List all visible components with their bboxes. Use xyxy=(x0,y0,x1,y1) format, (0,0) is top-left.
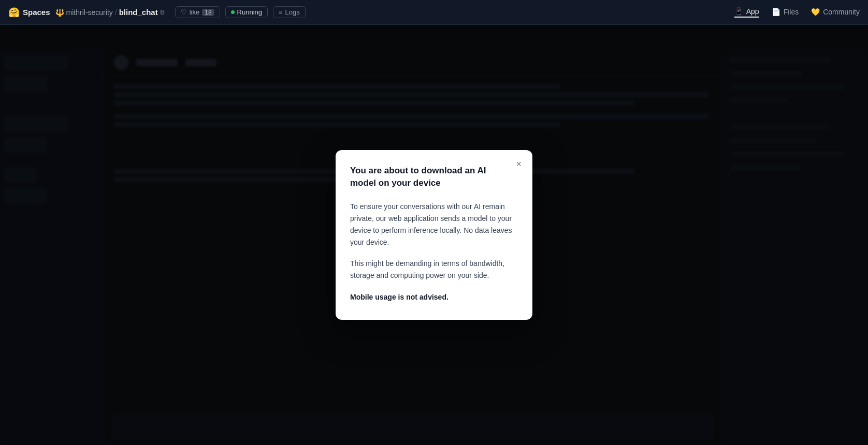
status-dot-icon xyxy=(231,10,235,14)
logs-button[interactable]: ≡ Logs xyxy=(273,6,306,18)
navbar-right: 📱 App 📄 Files 💛 Community xyxy=(734,7,860,18)
logs-label: Logs xyxy=(285,8,300,16)
running-status-badge: Running xyxy=(225,6,268,18)
spaces-emoji-icon: 🤗 xyxy=(8,7,20,18)
repo-name[interactable]: blind_chat xyxy=(119,8,158,17)
tab-app[interactable]: 📱 App xyxy=(734,7,759,18)
breadcrumb-separator: / xyxy=(115,8,117,17)
spaces-label: Spaces xyxy=(23,8,50,17)
breadcrumb-owner[interactable]: 🔱 mithril-security xyxy=(55,8,113,17)
modal-paragraph-1: To ensure your conversations with our AI… xyxy=(350,201,518,248)
owner-name: mithril-security xyxy=(66,8,113,17)
heart-icon: ♡ xyxy=(181,8,187,16)
modal-title: You are about to download an AI model on… xyxy=(350,165,518,189)
modal-body: To ensure your conversations with our AI… xyxy=(350,201,518,303)
modal-overlay: × You are about to download an AI model … xyxy=(0,25,868,445)
community-icon: 💛 xyxy=(811,8,820,16)
copy-icon[interactable]: ⧉ xyxy=(160,9,165,16)
modal-paragraph-2: This might be demanding in terms of band… xyxy=(350,258,518,281)
modal-dialog: × You are about to download an AI model … xyxy=(336,150,532,319)
tab-community-label: Community xyxy=(823,8,860,16)
modal-bold-text: Mobile usage is not advised. xyxy=(350,293,449,301)
tab-community[interactable]: 💛 Community xyxy=(811,8,860,17)
modal-paragraph-3: Mobile usage is not advised. xyxy=(350,291,518,303)
tab-files-label: Files xyxy=(784,8,799,16)
modal-close-button[interactable]: × xyxy=(513,158,524,170)
like-label: like xyxy=(190,8,200,16)
breadcrumb: 🔱 mithril-security / blind_chat ⧉ xyxy=(55,8,165,17)
tab-files[interactable]: 📄 Files xyxy=(772,8,799,17)
app-icon: 📱 xyxy=(734,7,743,16)
top-navbar: 🤗 Spaces 🔱 mithril-security / blind_chat… xyxy=(0,0,868,25)
like-count: 18 xyxy=(202,9,214,16)
files-icon: 📄 xyxy=(772,8,780,16)
navbar-left: 🤗 Spaces 🔱 mithril-security / blind_chat… xyxy=(8,6,734,18)
like-button[interactable]: ♡ like 18 xyxy=(175,6,220,18)
status-label: Running xyxy=(237,8,262,16)
spaces-logo[interactable]: 🤗 Spaces xyxy=(8,7,50,18)
owner-emoji-icon: 🔱 xyxy=(55,8,64,17)
logs-icon: ≡ xyxy=(279,8,283,16)
tab-app-label: App xyxy=(746,7,759,16)
